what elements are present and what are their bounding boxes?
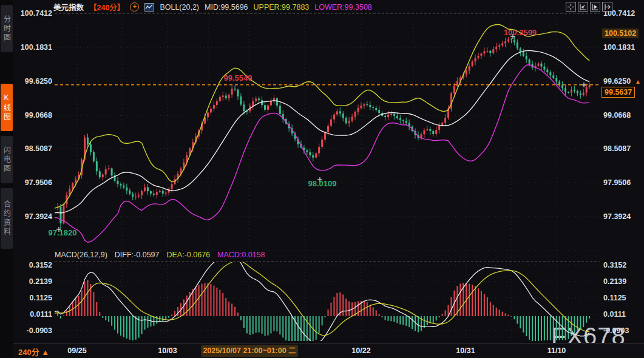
- date-label: 09/25: [59, 346, 95, 355]
- range-high-annotation: 100.3599: [504, 28, 537, 37]
- macd-hist-value: MACD:0.0158: [217, 251, 265, 259]
- chart-header: 美元指数 【240分】 + BOLL(20,2) MID:99.5696 UPP…: [53, 2, 372, 12]
- boll-label: BOLL(20,2): [160, 3, 199, 12]
- swing-high-annotation: 99.5549: [224, 73, 253, 83]
- sidebar-tab-kline[interactable]: K线图: [1, 84, 13, 131]
- date-label: 10/31: [447, 346, 484, 355]
- swing-low-annotation: 98.0109: [308, 179, 337, 188]
- pan-right-icon[interactable]: [602, 2, 612, 12]
- macd-label: MACD(26,12,9): [55, 251, 107, 259]
- period-tag: 【240分】: [89, 1, 124, 13]
- period-selector[interactable]: 240分 ▲: [18, 346, 49, 357]
- mini-chart-icon[interactable]: [144, 3, 154, 12]
- period-arrow-icon: ▲: [41, 348, 49, 357]
- crosshair-icon[interactable]: [566, 2, 576, 12]
- axis-play-icon[interactable]: [590, 2, 600, 12]
- date-label: 10/03: [149, 346, 186, 355]
- chart-toolbar: [566, 2, 612, 12]
- sidebar: 分时图 K线图 闪电图 合约资料: [0, 0, 13, 358]
- macd-diff-value: DIFF:-0.0597: [115, 251, 160, 259]
- upper-band-high-label: 100.5102: [602, 29, 639, 38]
- range-low-annotation: 97.1820: [49, 228, 77, 237]
- macd-dea-value: DEA:-0.0676: [166, 251, 210, 259]
- boll-upper-value: UPPER:99.7883: [254, 3, 310, 12]
- boll-lower-value: LOWER:99.3508: [314, 3, 372, 12]
- symbol-name: 美元指数: [53, 1, 84, 13]
- sidebar-tab-contract-info[interactable]: 合约资料: [1, 188, 13, 249]
- axis-zoom-icon[interactable]: [578, 2, 588, 12]
- sidebar-tab-timeshare[interactable]: 分时图: [1, 5, 13, 52]
- date-label: 11/10: [538, 346, 575, 355]
- add-indicator-icon[interactable]: +: [130, 2, 139, 12]
- boll-mid-value: MID:99.5696: [205, 3, 248, 12]
- selected-candle-time: 2025/10/07 21:00~01:00 二: [201, 345, 298, 357]
- trading-app-window: 分时图 K线图 闪电图 合约资料 美元指数 【240分】 + BOLL(20,2…: [0, 0, 644, 358]
- date-label: 10/22: [343, 346, 379, 355]
- sidebar-tab-lightning[interactable]: 闪电图: [1, 136, 13, 183]
- latest-price-arrow-icon[interactable]: ▲: [635, 78, 641, 85]
- macd-header: MACD(26,12,9) DIFF:-0.0597 DEA:-0.0676 M…: [55, 251, 265, 259]
- time-axis-bar: 240分 ▲ 2025/10/07 21:00~01:00 二 09/2510/…: [13, 343, 644, 358]
- last-price-label: 99.5637: [602, 87, 635, 98]
